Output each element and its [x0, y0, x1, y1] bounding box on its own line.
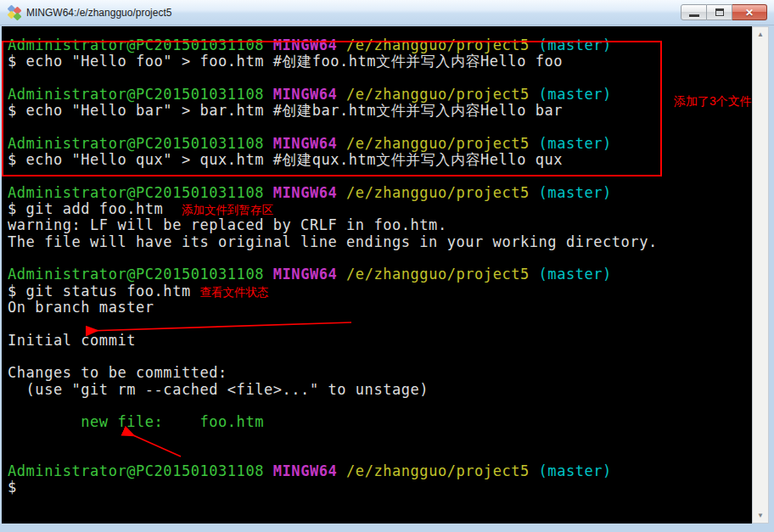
- close-icon: ✕: [745, 8, 754, 18]
- terminal-text-segment: [530, 462, 539, 479]
- terminal-line: $ git status foo.htm 查看文件状态: [8, 283, 752, 300]
- terminal-text-segment: $: [8, 479, 17, 496]
- terminal-text-segment: $ echo "Hello foo" > foo.htm #创建foo.htm文…: [8, 53, 563, 70]
- terminal-text-segment: Administrator@PC201501031108: [8, 184, 264, 201]
- terminal-scrollbar[interactable]: ▲ ▼: [752, 26, 769, 524]
- terminal-text-segment: (master): [539, 462, 612, 479]
- terminal-text-segment: The file will have its original line end…: [8, 233, 658, 250]
- terminal-window: MINGW64:/e/zhangguo/project5 ✕ Administr…: [0, 0, 774, 532]
- terminal-text-segment: /e/zhangguo/project5: [346, 266, 530, 283]
- close-button[interactable]: ✕: [732, 4, 767, 20]
- terminal-text-segment: Changes to be committed:: [8, 364, 227, 381]
- terminal-line: Initial commit: [8, 333, 752, 349]
- terminal-text-segment: /e/zhangguo/project5: [346, 135, 530, 152]
- terminal-text-segment: (master): [539, 266, 612, 283]
- minimize-button[interactable]: [681, 4, 707, 20]
- terminal-text-segment: [337, 86, 346, 103]
- terminal-line: Administrator@PC201501031108 MINGW64 /e/…: [8, 136, 752, 152]
- terminal-line: Changes to be committed:: [8, 365, 752, 381]
- minimize-icon: [689, 14, 699, 17]
- terminal-text-segment: [337, 266, 346, 283]
- terminal-text-segment: MINGW64: [273, 135, 338, 152]
- terminal-line: $ echo "Hello bar" > bar.htm #创建bar.htm文…: [8, 103, 752, 119]
- terminal-text-segment: /e/zhangguo/project5: [346, 86, 530, 103]
- terminal-text-segment: [264, 462, 273, 479]
- terminal-text-segment: On branch master: [8, 299, 154, 316]
- terminal-line: (use "git rm --cached <file>..." to unst…: [8, 382, 752, 398]
- maximize-button[interactable]: [707, 4, 732, 20]
- terminal-text-segment: MINGW64: [273, 86, 338, 103]
- terminal-text-segment: [337, 462, 346, 479]
- terminal-text-segment: [337, 135, 346, 152]
- terminal-line: [8, 250, 752, 266]
- terminal-line: Administrator@PC201501031108 MINGW64 /e/…: [8, 266, 752, 283]
- terminal-text-segment: [530, 36, 539, 53]
- terminal-text-segment: Initial commit: [8, 332, 136, 349]
- terminal-text-segment: $ echo "Hello bar" > bar.htm #创建bar.htm文…: [8, 102, 563, 119]
- terminal-text-segment: [264, 86, 273, 103]
- terminal-line: [8, 447, 752, 463]
- terminal-text-segment: [530, 184, 539, 201]
- terminal-text-segment: MINGW64: [273, 36, 338, 53]
- terminal-text-segment: [530, 266, 539, 283]
- terminal-line: $: [8, 479, 752, 496]
- terminal-text-segment: [337, 36, 346, 53]
- terminal-text-segment: (use "git rm --cached <file>..." to unst…: [8, 381, 429, 398]
- terminal-text-segment: [530, 86, 539, 103]
- terminal-text-segment: [264, 36, 273, 53]
- terminal-line: warning: LF will be replaced by CRLF in …: [8, 217, 752, 233]
- terminal-text-segment: $ echo "Hello qux" > qux.htm #创建qux.htm文…: [8, 151, 563, 168]
- terminal-text-segment: $ git status foo.htm: [8, 283, 199, 300]
- terminal-text-segment: [8, 413, 81, 430]
- terminal-line: On branch master: [8, 300, 752, 316]
- terminal-text-segment: (master): [539, 86, 612, 103]
- terminal-text-segment: [530, 135, 539, 152]
- scroll-down-arrow-icon[interactable]: ▼: [753, 508, 768, 523]
- terminal-text-segment: Administrator@PC201501031108: [8, 135, 264, 152]
- terminal-line: Administrator@PC201501031108 MINGW64 /e/…: [8, 185, 752, 201]
- terminal-line: The file will have its original line end…: [8, 234, 752, 250]
- title-bar[interactable]: MINGW64:/e/zhangguo/project5 ✕: [0, 0, 774, 25]
- terminal-output: Administrator@PC201501031108 MINGW64 /e/…: [2, 26, 752, 496]
- terminal-text-segment: [264, 184, 273, 201]
- terminal-line: [8, 316, 752, 332]
- terminal-text-segment: (master): [539, 135, 612, 152]
- inline-annotation: 查看文件状态: [199, 286, 268, 299]
- terminal-text-segment: (master): [539, 36, 612, 53]
- terminal-text-segment: warning: LF will be replaced by CRLF in …: [8, 216, 447, 233]
- terminal-text-segment: MINGW64: [273, 266, 338, 283]
- terminal-line: [8, 120, 752, 136]
- terminal-line: new file: foo.htm: [8, 414, 752, 430]
- restore-icon: [715, 8, 724, 16]
- terminal-text-segment: new file: foo.htm: [81, 413, 264, 430]
- terminal-text-segment: (master): [539, 184, 612, 201]
- terminal-line: [8, 398, 752, 414]
- terminal-line: $ git add foo.htm 添加文件到暂存区: [8, 201, 752, 217]
- terminal-line: [8, 349, 752, 365]
- terminal-text-segment: Administrator@PC201501031108: [8, 266, 264, 283]
- terminal-text-segment: [264, 266, 273, 283]
- terminal-text-segment: Administrator@PC201501031108: [8, 86, 264, 103]
- terminal-line: Administrator@PC201501031108 MINGW64 /e/…: [8, 37, 752, 53]
- terminal-text-segment: /e/zhangguo/project5: [346, 462, 530, 479]
- terminal-line: $ echo "Hello foo" > foo.htm #创建foo.htm文…: [8, 53, 752, 70]
- terminal-text-segment: MINGW64: [273, 462, 338, 479]
- terminal-line: Administrator@PC201501031108 MINGW64 /e/…: [8, 87, 752, 103]
- terminal-text-segment: $ git add foo.htm: [8, 200, 182, 217]
- terminal-area[interactable]: Administrator@PC201501031108 MINGW64 /e/…: [2, 26, 752, 524]
- terminal-text-segment: /e/zhangguo/project5: [346, 184, 530, 201]
- terminal-text-segment: Administrator@PC201501031108: [8, 36, 264, 53]
- terminal-line: $ echo "Hello qux" > qux.htm #创建qux.htm文…: [8, 152, 752, 168]
- terminal-text-segment: Administrator@PC201501031108: [8, 462, 264, 479]
- scroll-up-arrow-icon[interactable]: ▲: [753, 27, 768, 42]
- terminal-line: [8, 70, 752, 87]
- terminal-text-segment: MINGW64: [273, 184, 338, 201]
- terminal-text-segment: [337, 184, 346, 201]
- terminal-text-segment: [264, 135, 273, 152]
- terminal-line: Administrator@PC201501031108 MINGW64 /e/…: [8, 463, 752, 479]
- terminal-text-segment: /e/zhangguo/project5: [346, 36, 530, 53]
- git-bash-app-icon: [8, 6, 21, 20]
- window-title: MINGW64:/e/zhangguo/project5: [26, 7, 774, 19]
- inline-annotation: 添加文件到暂存区: [182, 204, 273, 216]
- terminal-line: [8, 169, 752, 185]
